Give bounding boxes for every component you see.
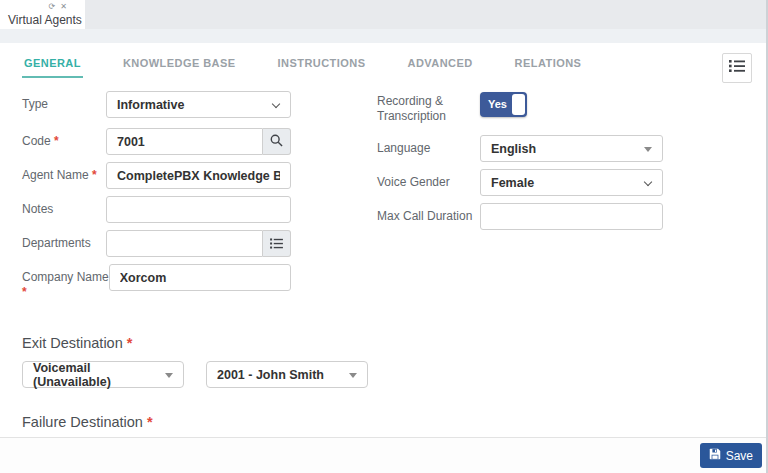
refresh-icon[interactable]: ⟳ — [49, 2, 56, 12]
departments-row: Departments — [22, 230, 291, 257]
company-name-label: Company Name * — [22, 264, 109, 300]
language-label: Language — [377, 135, 480, 156]
exit-destination-type-value: Voicemail (Unavailable) — [33, 361, 159, 389]
code-label: Code * — [22, 128, 106, 149]
recording-toggle[interactable]: Yes — [480, 92, 527, 117]
strip-divider — [0, 29, 768, 43]
failure-destination-heading: Failure Destination * — [22, 414, 768, 430]
exit-destination-type-select[interactable]: Voicemail (Unavailable) — [22, 361, 184, 388]
notes-label: Notes — [22, 196, 106, 217]
max-call-duration-label: Max Call Duration — [377, 203, 480, 224]
recording-label: Recording & Transcription — [377, 91, 480, 124]
required-mark: * — [147, 414, 153, 430]
exit-destination-target-value: 2001 - John Smith — [217, 368, 324, 382]
close-icon[interactable]: ✕ — [60, 2, 67, 12]
agent-name-input[interactable] — [107, 163, 290, 188]
departments-input[interactable] — [107, 231, 262, 256]
save-button[interactable]: Save — [700, 443, 762, 468]
language-select[interactable]: English — [480, 135, 663, 162]
type-label: Type — [22, 91, 106, 112]
required-mark: * — [54, 134, 59, 148]
dropdown-arrow-icon — [349, 373, 357, 378]
footer-bar: Save — [0, 437, 768, 473]
voice-gender-row: Voice Gender Female — [377, 169, 663, 196]
departments-label: Departments — [22, 230, 106, 251]
max-call-duration-input[interactable] — [481, 204, 662, 229]
form-tab-bar: GENERAL KNOWLEDGE BASE INSTRUCTIONS ADVA… — [0, 43, 768, 78]
window-tab-title: Virtual Agents — [0, 13, 85, 27]
search-icon — [270, 133, 283, 151]
voice-gender-select-value: Female — [491, 176, 534, 190]
list-view-button[interactable] — [722, 53, 752, 83]
voice-gender-label: Voice Gender — [377, 169, 480, 190]
type-select[interactable]: Informative — [106, 91, 291, 118]
form-left-column: Type Informative Code * — [22, 91, 291, 307]
exit-destination-section: Exit Destination * Voicemail (Unavailabl… — [0, 335, 768, 388]
departments-list-button[interactable] — [263, 230, 291, 257]
tab-relations[interactable]: RELATIONS — [513, 52, 584, 78]
required-mark: * — [92, 168, 97, 182]
exit-destination-heading: Exit Destination * — [22, 335, 768, 351]
agent-name-label: Agent Name * — [22, 162, 106, 183]
virtual-agent-form-panel: GENERAL KNOWLEDGE BASE INSTRUCTIONS ADVA… — [0, 43, 768, 437]
window-tab-virtual-agents[interactable]: ⟳ ✕ Virtual Agents — [0, 0, 85, 29]
exit-destination-target-select[interactable]: 2001 - John Smith — [206, 361, 368, 388]
language-row: Language English — [377, 135, 663, 162]
recording-row: Recording & Transcription Yes — [377, 91, 663, 124]
chevron-down-icon — [644, 178, 652, 186]
required-mark: * — [22, 285, 109, 300]
max-call-duration-row: Max Call Duration — [377, 203, 663, 230]
toggle-knob — [512, 94, 525, 115]
code-row: Code * — [22, 128, 291, 155]
company-name-row: Company Name * — [22, 264, 291, 300]
chevron-down-icon — [272, 100, 280, 108]
type-row: Type Informative — [22, 91, 291, 118]
required-mark: * — [127, 335, 133, 351]
tab-advanced[interactable]: ADVANCED — [405, 52, 474, 78]
type-select-value: Informative — [117, 98, 184, 112]
company-name-input[interactable] — [110, 265, 290, 290]
notes-row: Notes — [22, 196, 291, 223]
tab-knowledge-base[interactable]: KNOWLEDGE BASE — [121, 52, 238, 78]
form-right-column: Recording & Transcription Yes Language E… — [377, 91, 663, 307]
tab-general[interactable]: GENERAL — [22, 52, 83, 78]
tab-instructions[interactable]: INSTRUCTIONS — [276, 52, 368, 78]
list-icon — [729, 59, 745, 77]
code-search-button[interactable] — [263, 128, 291, 155]
notes-input[interactable] — [107, 197, 290, 222]
list-icon — [270, 235, 283, 253]
dropdown-arrow-icon — [644, 147, 652, 152]
code-input[interactable] — [107, 129, 262, 154]
voice-gender-select[interactable]: Female — [480, 169, 663, 196]
agent-name-row: Agent Name * — [22, 162, 291, 189]
save-icon — [709, 448, 721, 463]
window-tab-strip: ⟳ ✕ Virtual Agents — [0, 0, 768, 29]
save-button-label: Save — [726, 449, 753, 463]
dropdown-arrow-icon — [165, 373, 173, 378]
language-select-value: English — [491, 142, 536, 156]
